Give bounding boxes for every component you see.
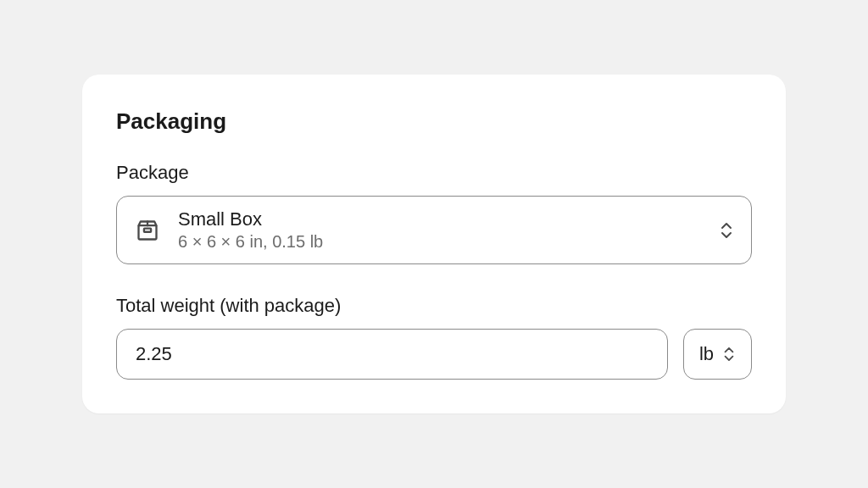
- weight-row: lb: [116, 329, 752, 380]
- chevron-up-down-icon: [722, 345, 736, 363]
- weight-input[interactable]: [116, 329, 668, 380]
- package-dims: 6 × 6 × 6 in, 0.15 lb: [178, 232, 702, 252]
- package-box-icon: [134, 217, 161, 244]
- weight-unit-label: lb: [699, 343, 714, 365]
- package-name: Small Box: [178, 208, 702, 230]
- package-label: Package: [116, 162, 752, 184]
- package-select[interactable]: Small Box 6 × 6 × 6 in, 0.15 lb: [116, 196, 752, 264]
- svg-rect-1: [144, 228, 151, 231]
- packaging-card: Packaging Package Small Box 6 × 6 × 6 in…: [82, 75, 786, 413]
- package-select-text: Small Box 6 × 6 × 6 in, 0.15 lb: [178, 208, 702, 252]
- chevron-up-down-icon: [719, 220, 734, 241]
- weight-unit-select[interactable]: lb: [683, 329, 752, 380]
- card-title: Packaging: [116, 108, 752, 135]
- weight-label: Total weight (with package): [116, 295, 752, 317]
